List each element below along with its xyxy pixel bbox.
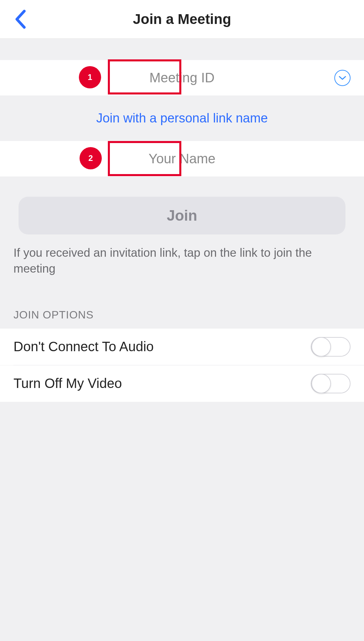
join-button[interactable]: Join [19,197,345,234]
chevron-left-icon [13,9,27,29]
meeting-id-dropdown[interactable] [334,70,351,86]
meeting-id-input[interactable] [115,70,249,85]
personal-link[interactable]: Join with a personal link name [96,111,268,126]
toggle-dont-connect-audio[interactable] [311,337,351,357]
your-name-row: 2 [0,141,364,176]
join-section: Join If you received an invitation link,… [0,176,364,277]
hint-text: If you received an invitation link, tap … [13,245,345,277]
toggle-knob [311,374,331,393]
meeting-id-row: 1 [0,60,364,95]
option-label: Turn Off My Video [13,376,122,391]
option-row-audio: Don't Connect To Audio [0,329,364,365]
toggle-knob [311,337,331,357]
option-row-video: Turn Off My Video [0,365,364,402]
back-button[interactable] [13,9,27,29]
personal-link-row: Join with a personal link name [0,95,364,141]
your-name-input[interactable] [115,151,249,166]
annotation-number: 2 [88,154,93,163]
spacer [0,39,364,60]
page-title: Join a Meeting [133,11,231,27]
chevron-down-icon [339,76,346,80]
option-label: Don't Connect To Audio [13,339,154,354]
section-header-join-options: JOIN OPTIONS [0,309,364,329]
toggle-turn-off-video[interactable] [311,374,351,393]
annotation-number: 1 [88,73,92,82]
header-bar: Join a Meeting [0,0,364,39]
annotation-badge: 1 [79,66,101,88]
annotation-badge: 2 [80,147,102,169]
